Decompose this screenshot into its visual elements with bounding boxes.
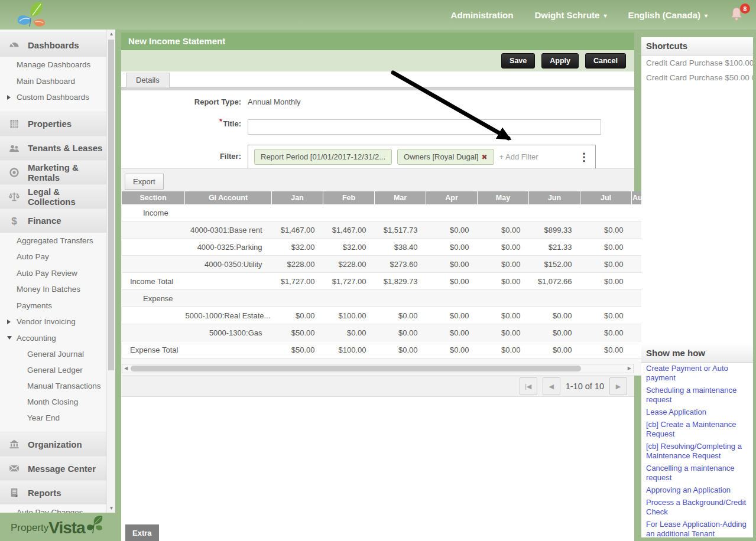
column-header-gl-account[interactable]: Gl Account — [185, 191, 272, 204]
top-bar: Administration Dwight Schrute ▾ English … — [0, 0, 756, 30]
sidebar-item-finance[interactable]: Finance — [0, 208, 106, 233]
cancel-button[interactable]: Cancel — [585, 53, 626, 69]
apply-button[interactable]: Apply — [541, 53, 579, 69]
scroll-right-icon[interactable]: ▶ — [628, 366, 631, 371]
report-icon — [8, 487, 20, 498]
column-header-jun[interactable]: Jun — [529, 191, 580, 204]
sidebar-item-dashboards[interactable]: Dashboards — [0, 32, 106, 57]
column-header-section[interactable]: Section — [122, 191, 185, 204]
remove-filter-icon[interactable]: ✖ — [482, 153, 488, 161]
table-row[interactable]: 5000-1000:Real Estate...$0.00$100.00$0.0… — [122, 307, 647, 324]
table-row[interactable]: Income — [122, 204, 647, 221]
details-form: Report Type: Annual Monthly *Title: Filt… — [121, 97, 634, 169]
sidebar-item-reports[interactable]: Reports — [0, 480, 106, 504]
help-link-cb-create-a-maintenance-request[interactable]: [cb] Create a Maintenance Request — [641, 419, 753, 441]
help-link-approving-an-application[interactable]: Approving an Application — [641, 484, 753, 497]
table-row[interactable]: 4000-0301:Base rent$1,467.00$1,467.00$1,… — [122, 221, 647, 239]
column-header-apr[interactable]: Apr — [426, 191, 478, 204]
sidebar-item-money-in-batches[interactable]: Money In Batches — [0, 281, 106, 298]
horizontal-scrollbar[interactable]: ◀ ▶ — [122, 364, 634, 373]
sidebar-item-month-closing[interactable]: Month Closing — [0, 394, 106, 410]
sidebar-item-legal-collections[interactable]: Legal & Collections — [0, 184, 106, 208]
chevron-down-icon: ▾ — [603, 12, 606, 19]
sidebar-scrollbar[interactable]: ▲ ▼ — [106, 30, 115, 513]
extra-button[interactable]: Extra — [125, 524, 159, 541]
first-page-button[interactable]: |◀ — [520, 377, 537, 395]
hscrollbar-thumb[interactable] — [131, 366, 581, 371]
filter-box[interactable]: Report Period [01/01/2017-12/31/2...Owne… — [248, 145, 596, 169]
column-header-jul[interactable]: Jul — [580, 191, 632, 204]
target-icon — [8, 167, 20, 178]
sidebar-item-general-journal[interactable]: General Journal — [0, 346, 106, 362]
table-row[interactable]: Expense Total$50.00$100.00$0.00$0.00$0.0… — [122, 341, 647, 359]
tab-details[interactable]: Details — [126, 73, 170, 87]
sidebar-item-custom-dashboards[interactable]: Custom Dashboards — [0, 89, 106, 106]
leaves-logo-icon — [14, 1, 50, 29]
language-label: English (Canada) — [628, 10, 700, 20]
title-input[interactable] — [248, 119, 601, 135]
notifications-button[interactable]: 8 — [729, 6, 745, 24]
column-header-jan[interactable]: Jan — [272, 191, 323, 204]
sidebar-item-organization[interactable]: Organization — [0, 432, 106, 456]
next-page-button[interactable]: ▶ — [609, 377, 627, 395]
notification-badge: 8 — [740, 4, 750, 14]
user-menu[interactable]: Dwight Schrute ▾ — [534, 10, 606, 20]
column-header-mar[interactable]: Mar — [375, 191, 426, 204]
sidebar-item-manage-dashboards[interactable]: Manage Dashboards — [0, 57, 106, 73]
sidebar-item-accounting[interactable]: Accounting — [0, 330, 106, 347]
sidebar-item-auto-pay-review[interactable]: Auto Pay Review — [0, 265, 106, 282]
scroll-down-icon[interactable]: ▼ — [107, 506, 115, 511]
filter-menu-icon[interactable]: ⋮ — [579, 152, 589, 162]
table-row[interactable]: Expense — [122, 290, 647, 307]
language-menu[interactable]: English (Canada) ▾ — [628, 10, 708, 20]
filter-chip-owners-royal-dugal[interactable]: Owners [Royal Dugal]✖ — [397, 149, 494, 165]
sidebar-item-auto-pay[interactable]: Auto Pay — [0, 249, 106, 265]
help-link-cancelling-a-maintenance-request[interactable]: Cancelling a maintenance request — [641, 462, 753, 484]
help-link-lease-application[interactable]: Lease Application — [641, 406, 753, 419]
sidebar-item-auto-pay-changes[interactable]: Auto Pay Changes — [0, 504, 106, 513]
sidebar-item-general-ledger[interactable]: General Ledger — [0, 362, 106, 378]
prev-page-button[interactable]: ◀ — [543, 377, 560, 395]
table-row[interactable]: 4000-0325:Parking$32.00$32.00$38.40$0.00… — [122, 239, 647, 256]
scrollbar-thumb[interactable] — [108, 40, 114, 370]
table-row[interactable]: 5000-1300:Gas$50.00$0.00$0.00$0.00$0.00$… — [122, 324, 647, 341]
brand-prefix: Property — [11, 522, 48, 534]
save-button[interactable]: Save — [501, 53, 535, 69]
pagination-range: 1-10 of 10 — [566, 382, 604, 391]
export-button[interactable]: Export — [125, 174, 164, 190]
column-header-may[interactable]: May — [478, 191, 529, 204]
sidebar-item-message-center[interactable]: Message Center — [0, 456, 106, 480]
table-row[interactable]: 4000-0350:Utility$228.00$228.00$273.60$0… — [122, 256, 647, 273]
table-row[interactable]: Income Total$1,727.00$1,727.00$1,829.73$… — [122, 273, 647, 290]
table-body: Income4000-0301:Base rent$1,467.00$1,467… — [122, 204, 647, 376]
sidebar-item-vendor-invoicing[interactable]: Vendor Invoicing — [0, 314, 106, 330]
administration-menu[interactable]: Administration — [451, 10, 514, 20]
help-link-for-lease-application-adding-an-additional-tenant[interactable]: For Lease Application-Adding an addition… — [641, 519, 753, 537]
sidebar-item-aggregated-transfers[interactable]: Aggregated Transfers — [0, 233, 106, 249]
sidebar-item-tenants-leases[interactable]: Tenants & Leases — [0, 136, 106, 160]
action-toolbar: Save Apply Cancel — [121, 50, 634, 71]
help-link-create-payment-or-auto-payment[interactable]: Create Payment or Auto payment — [641, 363, 753, 384]
filter-chip-report-period-01-01-2017-12-31-2[interactable]: Report Period [01/01/2017-12/31/2... — [254, 149, 392, 165]
sidebar-item-manual-transactions[interactable]: Manual Transactions — [0, 378, 106, 394]
sidebar-item-year-end[interactable]: Year End — [0, 410, 106, 426]
envelope-icon — [8, 462, 20, 474]
add-filter-button[interactable]: + Add Filter — [499, 152, 538, 161]
sidebar-item-marketing-rentals[interactable]: Marketing & Rentals — [0, 160, 106, 184]
scroll-left-icon[interactable]: ◀ — [124, 366, 128, 371]
sidebar-nav: DashboardsManage DashboardsMain Dashboar… — [0, 30, 106, 513]
help-link-process-a-background-credit-check[interactable]: Process a Background/Credit Check — [641, 497, 753, 519]
shortcuts-title: Shortcuts — [641, 37, 753, 56]
help-link-scheduling-a-maintenance-request[interactable]: Scheduling a maintenance request — [641, 384, 753, 406]
company-logo[interactable] — [14, 1, 50, 31]
column-header-feb[interactable]: Feb — [323, 191, 375, 204]
help-link-cb-resolving-completing-a-maintenance-request[interactable]: [cb] Resolving/Completing a Maintenance … — [641, 441, 753, 462]
scroll-up-icon[interactable]: ▲ — [107, 31, 115, 37]
gauge-icon — [8, 39, 20, 51]
sidebar-item-properties[interactable]: Properties — [0, 112, 106, 136]
sidebar-item-payments[interactable]: Payments — [0, 298, 106, 314]
sidebar-item-main-dashboard[interactable]: Main Dashboard — [0, 73, 106, 90]
shortcut-link[interactable]: Credit Card Purchase $100.00 02... — [641, 56, 753, 70]
topbar-menu: Administration Dwight Schrute ▾ English … — [451, 0, 745, 30]
shortcut-link[interactable]: Credit Card Purchase $50.00 01/... — [641, 70, 753, 85]
